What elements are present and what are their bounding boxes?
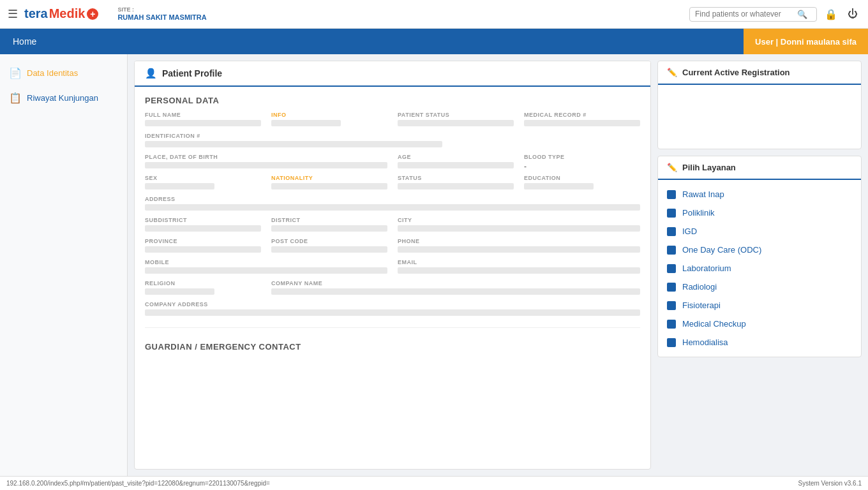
form-grid-row1: FULL NAME info PATIENT STATUS MEDICAL RE… <box>135 112 650 133</box>
main-layout: 📄 Data Identitas 📋 Riwayat Kunjungan 👤 P… <box>0 54 868 476</box>
registration-card-title: Current Active Registration <box>682 68 790 77</box>
field-company-name: COMPANY NAME <box>271 280 640 295</box>
field-religion: RELIGION <box>145 280 261 295</box>
layanan-card: ✏️ Pilih Layanan Rawat InapPoliklinikIGD… <box>657 156 862 357</box>
field-place-dob: PLACE, DATE OF BIRTH <box>145 154 387 168</box>
district-value <box>271 225 387 232</box>
status-value <box>398 183 514 189</box>
layanan-item-icon <box>667 283 676 292</box>
navbar: Home User | Donni maulana sifa <box>0 29 868 54</box>
layanan-item[interactable]: Medical Checkup <box>658 315 861 333</box>
province-label: PROVINCE <box>145 238 261 244</box>
header-right: 🔍 🔒 ⏻ <box>689 6 860 23</box>
education-label: EDUCATION <box>524 175 640 181</box>
document-icon: 📄 <box>9 67 22 79</box>
age-label: AGE <box>398 154 514 160</box>
sidebar-item-label-riwayat-kunjungan: Riwayat Kunjungan <box>27 93 98 103</box>
layanan-item-label: IGD <box>682 226 697 236</box>
statusbar: 192.168.0.200/index5.php#m/patient/past_… <box>0 476 868 490</box>
layanan-item-icon <box>667 209 676 218</box>
patient-panel-header: 👤 Patient Profile <box>135 61 650 87</box>
company-name-value <box>271 288 640 295</box>
layanan-item-icon <box>667 227 676 236</box>
hamburger-icon[interactable]: ☰ <box>8 7 18 21</box>
field-address: ADDRESS <box>145 196 640 211</box>
content-area: 👤 Patient Profile PERSONAL DATA FULL NAM… <box>128 54 868 476</box>
form-grid-row4: ADDRESS <box>135 196 650 217</box>
form-grid-row9: COMPANY ADDRESS <box>135 301 650 322</box>
site-name: RUMAH SAKIT MASMITRA <box>117 13 206 22</box>
layanan-item-label: Radiologi <box>682 282 717 292</box>
layanan-item-label: Fisioterapi <box>682 301 721 310</box>
province-value <box>145 246 261 253</box>
city-label: CITY <box>398 217 640 223</box>
sidebar-item-data-identitas[interactable]: 📄 Data Identitas <box>0 61 127 85</box>
search-icon: 🔍 <box>797 10 807 19</box>
power-button[interactable]: ⏻ <box>845 6 860 22</box>
post-code-label: POST CODE <box>271 238 387 244</box>
layanan-item[interactable]: Radiologi <box>658 278 861 296</box>
field-age: AGE <box>398 154 514 168</box>
info-label: info <box>271 112 387 118</box>
patient-icon: 👤 <box>145 68 157 79</box>
identification-value <box>145 141 442 147</box>
form-grid-row7: MOBILE EMAIL <box>135 259 650 280</box>
place-dob-label: PLACE, DATE OF BIRTH <box>145 154 387 160</box>
layanan-item[interactable]: Fisioterapi <box>658 296 861 315</box>
layanan-item-label: Hemodialisa <box>682 338 728 347</box>
mobile-value <box>145 267 387 274</box>
full-name-value <box>145 120 261 126</box>
sidebar-item-riwayat-kunjungan[interactable]: 📋 Riwayat Kunjungan <box>0 85 127 110</box>
layanan-list: Rawat InapPoliklinikIGDOne Day Care (ODC… <box>658 180 861 357</box>
layanan-item-icon <box>667 264 676 273</box>
address-label: ADDRESS <box>145 196 640 202</box>
field-identification: IDENTIFICATION # <box>145 133 640 147</box>
field-phone: PHONE <box>398 238 640 253</box>
nationality-value <box>271 183 387 189</box>
clipboard-icon: 📋 <box>9 92 22 104</box>
field-medical-record: MEDICAL RECORD # <box>524 112 640 126</box>
field-education: EDUCATION <box>524 175 640 189</box>
phone-label: PHONE <box>398 238 640 244</box>
layanan-item[interactable]: Laboratorium <box>658 259 861 278</box>
address-value <box>145 204 640 211</box>
layanan-item-icon <box>667 190 676 199</box>
layanan-item-label: Poliklinik <box>682 208 715 218</box>
edit-icon: ✏️ <box>667 68 677 77</box>
blood-type-value: - <box>524 162 640 168</box>
form-grid-row1b: IDENTIFICATION # <box>135 133 650 154</box>
section-divider <box>145 327 640 328</box>
lock-button[interactable]: 🔒 <box>822 6 840 23</box>
layanan-item[interactable]: Hemodialisa <box>658 333 861 352</box>
email-label: EMAIL <box>398 259 640 265</box>
patient-panel: 👤 Patient Profile PERSONAL DATA FULL NAM… <box>134 61 651 470</box>
company-address-label: COMPANY ADDRESS <box>145 301 640 308</box>
search-input[interactable] <box>695 10 797 19</box>
registration-card-body <box>658 85 861 149</box>
field-mobile: MOBILE <box>145 259 387 274</box>
guardian-title: GUARDIAN / EMERGENCY CONTACT <box>135 333 650 358</box>
medical-record-label: MEDICAL RECORD # <box>524 112 640 118</box>
search-box[interactable]: 🔍 <box>689 7 817 22</box>
layanan-item[interactable]: Rawat Inap <box>658 185 861 204</box>
field-info: info <box>271 112 387 126</box>
layanan-item-label: Medical Checkup <box>682 319 746 329</box>
nav-home[interactable]: Home <box>0 29 49 54</box>
field-sex: SEX <box>145 175 261 189</box>
right-panel: ✏️ Current Active Registration ✏️ Pilih … <box>657 61 862 470</box>
layanan-item-icon <box>667 246 676 255</box>
registration-card-header: ✏️ Current Active Registration <box>658 61 861 85</box>
mobile-label: MOBILE <box>145 259 387 265</box>
logo: tera Medik + <box>24 6 98 21</box>
header: ☰ tera Medik + SITE : RUMAH SAKIT MASMIT… <box>0 0 868 29</box>
patient-status-label: PATIENT STATUS <box>398 112 514 118</box>
layanan-item-label: Laboratorium <box>682 264 731 273</box>
nav-user: User | Donni maulana sifa <box>744 29 868 54</box>
layanan-item[interactable]: Poliklinik <box>658 204 861 222</box>
logo-medik: Medik <box>49 6 86 21</box>
field-email: EMAIL <box>398 259 640 274</box>
sex-label: SEX <box>145 175 261 181</box>
layanan-item[interactable]: One Day Care (ODC) <box>658 241 861 259</box>
layanan-item[interactable]: IGD <box>658 222 861 241</box>
form-grid-row3: SEX NATIONALITY STATUS EDUCATION <box>135 175 650 196</box>
